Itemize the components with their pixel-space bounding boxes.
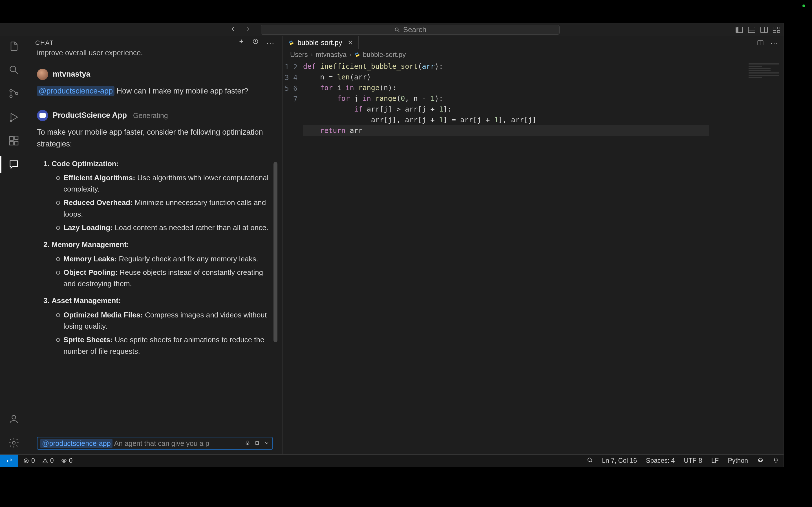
previous-response-tail: improve overall user experience. (37, 49, 273, 58)
status-bar: 0 0 0 Ln 7, Col 16 Spaces: 4 UTF-8 LF Py… (0, 454, 783, 467)
toggle-panel-icon[interactable] (748, 27, 755, 33)
user-message-mention[interactable]: @productscience-app (37, 86, 114, 96)
breadcrumb-segment[interactable]: bubble-sort.py (363, 51, 406, 59)
bot-intro: To make your mobile app faster, consider… (37, 126, 273, 150)
editor-tabs: bubble-sort.py ✕ ··· (283, 36, 783, 49)
section-title: Asset Management: (52, 296, 121, 305)
microphone-icon[interactable] (245, 439, 250, 448)
strategy-section: Memory Management: Memory Leaks: Regular… (52, 239, 273, 289)
python-file-icon (289, 40, 294, 46)
code-editor[interactable]: 1 2 3 4 5 6 7 def inefficient_bubble_sor… (283, 60, 783, 454)
user-message-text: How can I make my mobile app faster? (117, 87, 248, 95)
strategy-section: Asset Management: Optimized Media Files:… (52, 295, 273, 356)
svg-point-1 (10, 66, 15, 72)
breadcrumb[interactable]: Users › mtvnastya › bubble-sort.py (283, 49, 783, 60)
user-avatar (37, 69, 48, 80)
code-content[interactable]: def inefficient_bubble_sort(arr): n = le… (303, 61, 709, 454)
stop-icon[interactable] (254, 439, 260, 448)
title-bar: Search (0, 23, 783, 36)
strategy-section: Code Optimization: Efficient Algorithms:… (52, 158, 273, 233)
chat-user-header: mtvnastya (37, 68, 273, 80)
svg-point-17 (588, 458, 592, 461)
activity-explorer-icon[interactable] (8, 40, 20, 52)
chat-more-icon[interactable]: ··· (266, 38, 274, 47)
bot-status: Generating (133, 110, 168, 121)
chat-bot-header: ProductScience App Generating (37, 110, 273, 121)
svg-rect-14 (256, 442, 259, 445)
command-center-search[interactable]: Search (261, 25, 560, 35)
toggle-secondary-sidebar-icon[interactable] (760, 27, 768, 33)
search-icon (394, 27, 400, 33)
vscode-window: Search (0, 23, 784, 467)
list-item: Memory Leaks: Regularly check and fix an… (56, 253, 273, 265)
editor-more-icon[interactable]: ··· (770, 38, 778, 47)
status-cursor-position[interactable]: Ln 7, Col 16 (602, 457, 637, 464)
python-file-icon (354, 52, 360, 57)
activity-run-debug-icon[interactable] (8, 111, 20, 123)
status-language[interactable]: Python (728, 457, 748, 464)
close-tab-icon[interactable]: ✕ (348, 39, 353, 47)
list-item: Efficient Algorithms: Use algorithms wit… (56, 172, 273, 195)
activity-bar (0, 36, 28, 454)
list-item: Lazy Loading: Load content as needed rat… (56, 222, 273, 233)
line-gutter: 1 2 3 4 5 6 7 (283, 61, 303, 454)
macos-running-indicator (802, 4, 805, 7)
status-feedback-icon[interactable] (587, 457, 593, 465)
chevron-right-icon: › (311, 51, 313, 59)
status-eol[interactable]: LF (711, 457, 719, 464)
remote-indicator[interactable] (0, 455, 18, 467)
svg-point-19 (759, 460, 760, 460)
toggle-primary-sidebar-icon[interactable] (735, 27, 743, 33)
activity-source-control-icon[interactable] (8, 88, 20, 100)
activity-chat-icon[interactable] (8, 159, 20, 170)
svg-rect-8 (14, 142, 18, 145)
chevron-down-icon[interactable] (264, 439, 269, 448)
chat-panel: CHAT ··· improve overall user experience… (28, 36, 283, 454)
activity-search-icon[interactable] (8, 64, 20, 76)
chat-panel-title: CHAT (35, 39, 54, 47)
split-editor-icon[interactable] (757, 40, 763, 45)
minimap[interactable] (748, 62, 781, 79)
status-notifications-icon[interactable] (773, 457, 779, 465)
activity-settings-icon[interactable] (8, 437, 20, 449)
tab-filename: bubble-sort.py (297, 39, 342, 47)
chat-input-mention[interactable]: @productscience-app (40, 439, 112, 448)
editor-tab-bubble-sort[interactable]: bubble-sort.py ✕ (283, 36, 359, 49)
section-title: Memory Management: (52, 240, 129, 249)
svg-point-3 (10, 95, 12, 98)
chat-panel-header: CHAT ··· (28, 36, 283, 49)
activity-accounts-icon[interactable] (8, 413, 20, 425)
status-encoding[interactable]: UTF-8 (684, 457, 702, 464)
activity-extensions-icon[interactable] (8, 135, 20, 147)
list-item: Object Pooling: Reuse objects instead of… (56, 267, 273, 290)
status-ports[interactable]: 0 (61, 457, 73, 464)
svg-point-10 (12, 415, 15, 419)
chat-input-placeholder: An agent that can give you a p (114, 439, 243, 448)
breadcrumb-segment[interactable]: Users (290, 51, 308, 59)
status-errors[interactable]: 0 (23, 457, 35, 464)
bot-name: ProductScience App (53, 110, 127, 121)
new-chat-icon[interactable] (238, 38, 245, 47)
nav-forward-button[interactable] (245, 25, 252, 35)
svg-point-11 (12, 441, 15, 444)
status-copilot-icon[interactable] (757, 457, 764, 465)
svg-rect-7 (10, 142, 13, 145)
list-item: Reduced Overhead: Minimize unnecessary f… (56, 197, 273, 220)
section-title: Code Optimization: (52, 159, 119, 168)
chat-scrollbar[interactable] (273, 162, 277, 342)
chat-input[interactable]: @productscience-app An agent that can gi… (37, 437, 273, 450)
strategies-list: Code Optimization: Efficient Algorithms:… (37, 158, 273, 357)
user-name: mtvnastya (53, 68, 91, 80)
status-indentation[interactable]: Spaces: 4 (646, 457, 675, 464)
chat-history-icon[interactable] (252, 38, 259, 47)
svg-point-5 (10, 120, 12, 122)
customize-layout-icon[interactable] (773, 27, 780, 33)
list-item: Optimized Media Files: Compress images a… (56, 309, 273, 332)
chevron-right-icon: › (349, 51, 352, 59)
breadcrumb-segment[interactable]: mtvnastya (316, 51, 347, 59)
nav-back-button[interactable] (229, 25, 237, 35)
status-warnings[interactable]: 0 (42, 457, 54, 464)
editor-area: bubble-sort.py ✕ ··· Users › mtvnastya ›… (283, 36, 783, 454)
user-message: @productscience-app How can I make my mo… (37, 86, 273, 97)
svg-rect-13 (247, 441, 248, 443)
